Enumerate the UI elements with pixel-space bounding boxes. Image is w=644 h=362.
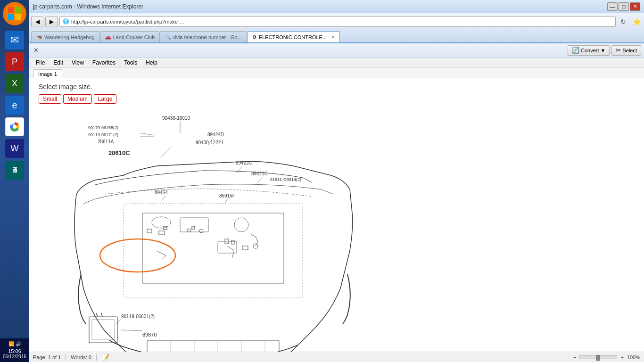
browser-window: jp-carparts.com - Windows Internet Explo…: [29, 0, 644, 362]
toolbar: ✕ 🔄 Convert ▼ ✂ Select: [29, 43, 644, 58]
taskbar-icon-ppt[interactable]: P: [5, 52, 24, 71]
svg-point-35: [199, 229, 203, 233]
title-bar: jp-carparts.com - Windows Internet Explo…: [29, 0, 644, 13]
menu-favorites[interactable]: Favorites: [89, 58, 119, 67]
maximize-button[interactable]: □: [619, 2, 629, 11]
notification-icons: 📶 🔊: [8, 341, 21, 346]
tab-label-4: ELECTRONIC CONTROLE...: [259, 34, 327, 40]
svg-line-44: [96, 313, 98, 317]
tab-label-2: Land Cruiser Club: [113, 34, 155, 40]
address-text: http://jp-carparts.com/toyota/partlist.p…: [71, 19, 178, 25]
favorites-button[interactable]: ⭐: [631, 16, 642, 27]
tab-favicon-3: 🔍: [165, 34, 171, 40]
status-page: Page: 1 of 1: [33, 354, 61, 360]
svg-text:89421C: 89421C: [251, 171, 268, 176]
parts-diagram: 90430-16010 90179-06158(2) 90119-06171(2…: [39, 109, 369, 352]
svg-line-45: [101, 313, 102, 317]
menu-help[interactable]: Help: [142, 58, 161, 67]
back-button[interactable]: ◀: [31, 16, 43, 27]
menu-bar: File Edit View Favorites Tools Help: [29, 58, 644, 68]
page-tab-strip: Image 1: [29, 68, 644, 78]
svg-point-8: [152, 217, 171, 228]
clock: 15:06: [8, 348, 21, 354]
tab-close-button[interactable]: ✕: [331, 34, 335, 40]
svg-rect-38: [242, 246, 248, 250]
menu-view[interactable]: View: [68, 58, 88, 67]
menu-tools[interactable]: Tools: [120, 58, 141, 67]
taskbar-icon-ie[interactable]: e: [5, 96, 24, 115]
forward-button[interactable]: ▶: [45, 16, 58, 27]
svg-text:89422C: 89422C: [236, 160, 252, 165]
size-small-button[interactable]: Small: [39, 94, 61, 104]
svg-line-40: [140, 133, 154, 135]
svg-line-49: [121, 330, 142, 331]
size-buttons: Small Medium Large: [39, 94, 635, 104]
select-label: Select: [622, 48, 637, 53]
svg-line-50: [161, 147, 171, 156]
tab-dvla[interactable]: 🔍 dvla telephone number - Go...: [160, 31, 247, 42]
zoom-slider: [579, 355, 617, 359]
status-bar: Page: 1 of 1 Words: 0 📝 − + 100%: [29, 352, 644, 362]
browser-title: jp-carparts.com - Windows Internet Explo…: [33, 3, 143, 10]
zoom-in-icon[interactable]: +: [619, 354, 625, 360]
status-zoom: − + 100%: [572, 354, 640, 360]
status-separator-2: [96, 354, 97, 361]
tab-wandering-hedgehog[interactable]: 🦔 Wandering Hedgehog: [31, 31, 100, 42]
tab-bar: 🦔 Wandering Hedgehog 🚗 Land Cruiser Club…: [29, 30, 644, 43]
svg-line-53: [256, 178, 263, 183]
svg-text:89870: 89870: [142, 332, 157, 337]
refresh-button[interactable]: ↻: [618, 16, 629, 27]
date: 06/12/2016: [3, 354, 26, 359]
svg-rect-37: [231, 240, 234, 244]
address-bar[interactable]: 🌐 http://jp-carparts.com/toyota/partlist…: [59, 16, 616, 27]
status-separator-1: [66, 354, 66, 361]
taskbar-icon-outlook[interactable]: ✉: [5, 31, 24, 49]
menu-file[interactable]: File: [32, 58, 49, 67]
taskbar-icon-rdp[interactable]: 🖥: [5, 161, 24, 180]
page-tab-image1[interactable]: Image 1: [33, 69, 62, 78]
address-suffix: ...: [180, 19, 184, 25]
svg-rect-34: [187, 229, 191, 232]
svg-point-10: [234, 218, 248, 232]
status-tracking-icon: 📝: [101, 354, 109, 361]
tab-label-1: Wandering Hedgehog: [44, 34, 95, 40]
tab-favicon-4: ⚙: [252, 34, 256, 40]
svg-rect-42: [89, 317, 117, 343]
convert-arrow-icon: ▼: [601, 48, 606, 53]
size-medium-button[interactable]: Medium: [63, 94, 92, 104]
svg-text:28611A: 28611A: [98, 139, 114, 144]
content-area[interactable]: Select image size. Small Medium Large: [29, 78, 644, 352]
svg-text:90430-16010: 90430-16010: [162, 115, 190, 121]
taskbar-icon-chrome[interactable]: [5, 117, 24, 136]
svg-rect-43: [92, 320, 115, 340]
svg-rect-2: [8, 14, 14, 20]
tab-favicon-2: 🚗: [105, 34, 111, 40]
svg-rect-11: [218, 241, 237, 253]
minimize-button[interactable]: —: [607, 2, 618, 11]
svg-rect-33: [159, 231, 165, 235]
svg-text:91631-G0614(2): 91631-G0614(2): [270, 177, 301, 182]
tab-land-cruiser[interactable]: 🚗 Land Cruiser Club: [100, 31, 160, 42]
svg-rect-32: [147, 229, 152, 233]
taskbar-icon-excel[interactable]: X: [5, 74, 24, 93]
taskbar: ✉ P X e W 🖥 📶 🔊 15:06 06/12/2016: [0, 0, 29, 362]
close-button[interactable]: ✕: [630, 2, 640, 11]
tab-label-3: dvla telephone number - Go...: [173, 34, 242, 40]
taskbar-icon-word[interactable]: W: [5, 139, 24, 158]
svg-rect-57: [192, 226, 195, 229]
svg-text:90179-06158(2): 90179-06158(2): [88, 125, 118, 130]
menu-edit[interactable]: Edit: [50, 58, 67, 67]
svg-line-52: [237, 166, 242, 173]
select-button[interactable]: ✂ Select: [611, 45, 641, 56]
svg-line-54: [161, 196, 166, 201]
svg-line-55: [225, 199, 227, 204]
size-large-button[interactable]: Large: [94, 94, 117, 104]
zoom-out-icon[interactable]: −: [572, 354, 578, 360]
convert-button[interactable]: 🔄 Convert ▼: [568, 45, 610, 56]
svg-point-5: [13, 125, 17, 129]
toolbar-close-button[interactable]: ✕: [32, 47, 40, 54]
zoom-level: 100%: [627, 354, 640, 360]
window-controls: — □ ✕: [607, 2, 640, 11]
start-button[interactable]: [3, 2, 26, 25]
tab-electronic[interactable]: ⚙ ELECTRONIC CONTROLE... ✕: [247, 31, 340, 42]
